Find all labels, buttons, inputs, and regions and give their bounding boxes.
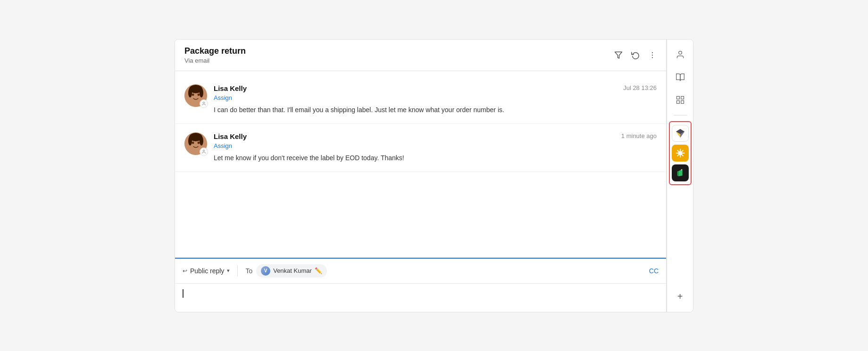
to-label: To [245,267,252,275]
assign-link[interactable]: Assign [214,142,657,149]
add-button[interactable]: + [671,287,690,306]
message-time: Jul 28 13:26 [623,84,657,91]
avatar-badge [200,147,208,156]
svg-point-20 [200,136,203,146]
reply-to-section: To V Venkat Kumar ✏️ CC [245,264,659,278]
person-icon[interactable] [671,45,690,64]
message-content: Lisa Kelly Jul 28 13:26 Assign I can do … [214,84,657,115]
svg-point-1 [652,52,653,53]
vertical-divider [237,265,238,277]
assign-link[interactable]: Assign [214,94,657,101]
right-sidebar: App shortcuts [667,40,693,312]
svg-point-21 [203,150,204,151]
svg-point-12 [203,102,204,103]
svg-marker-0 [615,52,622,58]
framer-app-icon[interactable] [672,125,689,142]
reply-header: ↩ Public reply ▾ To V Venkat Kumar ✏️ CC [175,259,666,284]
svg-rect-23 [676,96,679,99]
svg-point-3 [652,57,653,58]
message-item: Lisa Kelly 1 minute ago Assign Let me kn… [175,124,666,172]
avatar-wrapper [184,132,207,155]
svg-rect-26 [681,100,684,103]
message-author: Lisa Kelly [214,132,247,140]
conversation-header: Package return Via email [175,40,666,71]
recipient-chip[interactable]: V Venkat Kumar ✏️ [256,264,327,278]
header-left: Package return Via email [184,46,246,64]
avatar-wrapper [184,84,207,107]
svg-point-8 [198,93,200,96]
app-shortcuts-section: App shortcuts [669,121,692,185]
avatar-badge [200,99,208,108]
svg-point-7 [192,93,194,96]
more-icon[interactable] [648,51,657,59]
svg-point-19 [188,136,192,146]
message-header: Lisa Kelly 1 minute ago [214,132,657,140]
message-time: 1 minute ago [621,132,657,139]
message-content: Lisa Kelly 1 minute ago Assign Let me kn… [214,132,657,163]
message-item: Lisa Kelly Jul 28 13:26 Assign I can do … [175,76,666,124]
filter-icon[interactable] [614,51,623,59]
header-icons [614,51,657,59]
svg-rect-24 [681,96,684,99]
reply-type-label: Public reply [190,267,224,275]
message-author: Lisa Kelly [214,84,247,92]
chevron-down-icon: ▾ [227,268,230,274]
svg-point-16 [192,141,194,144]
message-body: I can do better than that. I'll email yo… [214,105,657,115]
main-area: Package return Via email [175,40,667,312]
edit-icon[interactable]: ✏️ [315,267,322,274]
sidebar-divider [673,115,687,115]
messages-area: Lisa Kelly Jul 28 13:26 Assign I can do … [175,71,666,258]
dark-app-icon[interactable] [672,164,689,181]
recipient-avatar: V [261,266,270,276]
cc-button[interactable]: CC [649,267,659,275]
message-header: Lisa Kelly Jul 28 13:26 [214,84,657,92]
conversation-title: Package return [184,46,246,56]
message-body: Let me know if you don't receive the lab… [214,153,657,163]
book-icon[interactable] [671,68,690,87]
svg-point-2 [652,54,653,55]
svg-point-22 [678,51,682,54]
yellow-app-icon[interactable] [672,145,689,162]
grid-icon[interactable] [671,90,690,109]
reply-type-selector[interactable]: ↩ Public reply ▾ [183,267,230,275]
reply-arrow-icon: ↩ [183,268,187,274]
text-cursor [183,289,184,298]
recipient-name: Venkat Kumar [273,267,312,274]
svg-point-17 [198,141,200,144]
svg-point-35 [681,169,682,170]
svg-point-10 [188,88,192,98]
svg-rect-25 [676,100,679,103]
svg-point-11 [200,88,203,98]
reply-input-area[interactable] [175,284,666,312]
reply-area: ↩ Public reply ▾ To V Venkat Kumar ✏️ CC [175,258,666,312]
history-icon[interactable] [631,51,640,59]
conversation-subtitle: Via email [184,57,246,64]
